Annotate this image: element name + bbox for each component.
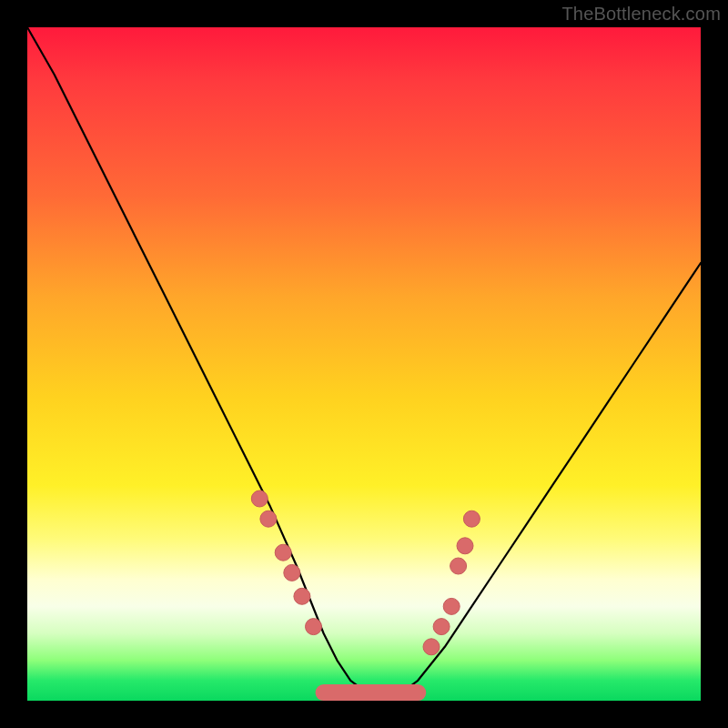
- curve-line: [27, 27, 701, 694]
- markers-left: [251, 490, 321, 635]
- marker-dot: [294, 588, 310, 604]
- marker-dot: [443, 598, 460, 614]
- marker-dot: [457, 538, 473, 554]
- markers-right: [423, 511, 480, 655]
- curve-svg: [27, 27, 701, 701]
- bottleneck-curve: [27, 27, 701, 694]
- marker-dot: [260, 511, 277, 527]
- marker-dot: [306, 619, 322, 635]
- marker-dot: [450, 558, 467, 574]
- marker-dot: [433, 619, 450, 635]
- marker-dot: [284, 564, 300, 581]
- marker-dot: [275, 544, 291, 561]
- marker-dot: [423, 639, 440, 655]
- chart-frame: TheBottleneck.com: [0, 0, 728, 728]
- plot-area: [27, 27, 701, 701]
- marker-dot: [463, 511, 480, 527]
- watermark-text: TheBottleneck.com: [561, 4, 721, 25]
- marker-dot: [251, 490, 268, 507]
